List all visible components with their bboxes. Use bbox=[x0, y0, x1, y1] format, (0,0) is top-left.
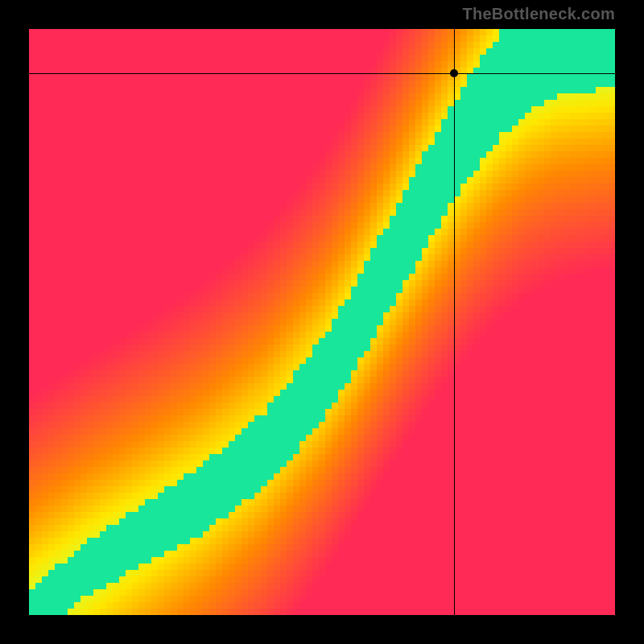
heatmap-canvas bbox=[29, 29, 615, 615]
crosshair-vertical bbox=[454, 29, 455, 615]
watermark-text: TheBottleneck.com bbox=[462, 5, 615, 23]
crosshair-horizontal bbox=[29, 73, 615, 74]
chart-frame: TheBottleneck.com bbox=[0, 0, 644, 644]
marker-dot bbox=[450, 69, 458, 77]
heatmap-plot bbox=[29, 29, 615, 615]
